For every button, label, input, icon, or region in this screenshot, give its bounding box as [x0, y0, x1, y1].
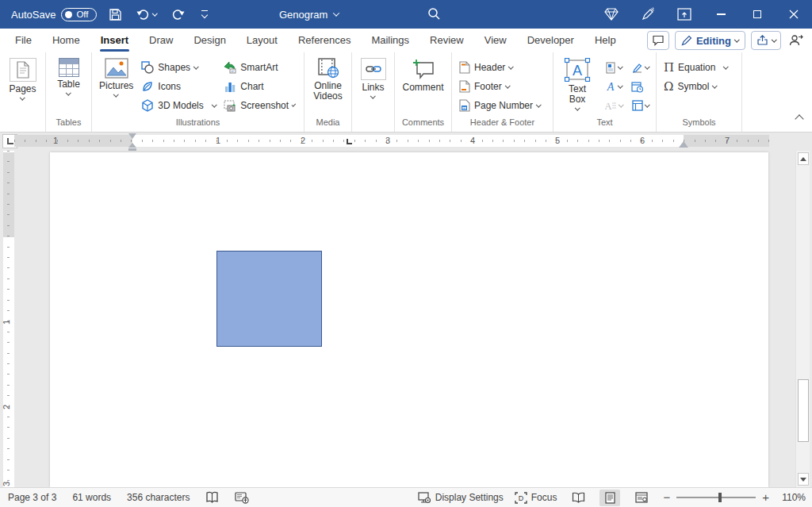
editing-mode-button[interactable]: Editing [675, 31, 745, 50]
horizontal-ruler[interactable]: 1 1 2 3 4 5 6 7 [14, 135, 769, 147]
page-number-button[interactable]: Page Number [455, 97, 549, 114]
ruler-margin-number: 1 [53, 136, 58, 145]
group-symbols: Π Equation Ω Symbol Symbols [657, 52, 742, 132]
redo-icon[interactable] [170, 6, 186, 22]
pictures-dropdown-icon [113, 92, 118, 97]
vertical-ruler[interactable]: 1 2 3 [3, 151, 14, 487]
page-indicator[interactable]: Page 3 of 3 [8, 492, 56, 503]
scrollbar-thumb[interactable] [798, 379, 809, 442]
first-line-indent-marker[interactable] [128, 133, 136, 139]
customize-quick-access-icon[interactable] [197, 6, 213, 22]
object-icon[interactable] [632, 100, 643, 111]
signature-line-dropdown-icon[interactable] [645, 63, 649, 68]
tab-design[interactable]: Design [183, 29, 236, 52]
quick-parts-dropdown-icon[interactable] [618, 63, 622, 68]
signature-line-icon[interactable] [631, 62, 643, 74]
links-button[interactable]: Links [357, 56, 390, 102]
equation-button[interactable]: Π Equation [660, 59, 737, 76]
group-media: Online Videos Media [304, 52, 352, 132]
links-icon [361, 58, 386, 80]
group-label-text: Text [553, 116, 656, 132]
scroll-up-button[interactable] [798, 152, 809, 165]
group-illustrations: Pictures Shapes Ico [92, 52, 304, 132]
text-box-button[interactable]: A Text Box [557, 56, 598, 113]
focus-mode-button[interactable]: D Focus [515, 492, 557, 504]
symbol-dropdown-icon [713, 83, 718, 87]
online-videos-button[interactable]: Online Videos [308, 56, 348, 104]
table-button[interactable]: Table [53, 56, 84, 98]
new-comment-button[interactable]: Comment [398, 56, 447, 95]
group-label-header-footer: Header & Footer [452, 116, 553, 132]
table-icon [59, 58, 79, 77]
pictures-button[interactable]: Pictures [95, 56, 137, 100]
minimize-button[interactable] [703, 0, 739, 29]
print-layout-button[interactable] [599, 490, 620, 506]
tab-layout[interactable]: Layout [236, 29, 288, 52]
tab-draw[interactable]: Draw [139, 29, 183, 52]
proofing-errors-icon[interactable] [205, 491, 219, 504]
document-title[interactable]: Genogram [279, 0, 339, 29]
share-contact-icon[interactable] [787, 34, 806, 47]
tab-view[interactable]: View [474, 29, 517, 52]
undo-dropdown-icon[interactable] [152, 10, 157, 15]
wordart-dropdown-icon[interactable] [618, 83, 622, 87]
display-settings-button[interactable]: Display Settings [418, 492, 504, 504]
accessibility-checker-icon[interactable] [235, 492, 249, 504]
shapes-button[interactable]: Shapes [137, 59, 220, 76]
drop-cap-icon[interactable]: A [605, 100, 617, 112]
zoom-slider[interactable] [676, 497, 756, 498]
screenshot-button[interactable]: Screenshot [220, 97, 299, 114]
wordart-icon[interactable]: A [605, 81, 616, 93]
zoom-out-button[interactable]: − [663, 494, 670, 501]
save-icon[interactable] [108, 6, 124, 22]
chart-button[interactable]: Chart [220, 78, 299, 95]
tab-home[interactable]: Home [42, 29, 90, 52]
premium-diamond-icon[interactable] [593, 0, 630, 29]
symbol-button[interactable]: Ω Symbol [660, 78, 737, 95]
date-time-icon[interactable] [631, 81, 643, 93]
header-button[interactable]: Header [455, 59, 549, 76]
footer-button[interactable]: Footer [455, 78, 549, 95]
zoom-slider-thumb[interactable] [718, 493, 722, 502]
scroll-down-button[interactable] [798, 473, 809, 486]
autosave-switch[interactable]: Off [61, 8, 96, 21]
zoom-level[interactable]: 110% [780, 492, 806, 503]
search-icon[interactable] [427, 6, 441, 21]
tab-references[interactable]: References [288, 29, 361, 52]
icons-button[interactable]: Icons [137, 78, 220, 95]
tab-file[interactable]: File [5, 29, 42, 52]
group-label-illustrations: Illustrations [92, 116, 304, 132]
read-mode-button[interactable] [568, 490, 588, 506]
smartart-button[interactable]: SmartArt [220, 59, 299, 76]
pages-button[interactable]: Pages [5, 56, 40, 103]
inserted-rectangle-shape[interactable] [216, 251, 322, 347]
object-dropdown-icon[interactable] [645, 102, 649, 106]
3d-models-button[interactable]: 3D Models [137, 97, 220, 114]
right-indent-marker[interactable] [679, 141, 688, 148]
equation-dropdown-icon [724, 63, 729, 68]
tab-help[interactable]: Help [584, 29, 626, 52]
web-layout-button[interactable] [631, 490, 652, 506]
word-count[interactable]: 61 words [72, 492, 111, 503]
document-page[interactable] [50, 152, 768, 487]
editing-label: Editing [696, 35, 731, 47]
ribbon-display-options-icon[interactable] [666, 0, 703, 29]
quick-parts-icon[interactable] [605, 62, 616, 74]
close-button[interactable] [776, 0, 812, 29]
chart-icon [224, 80, 236, 93]
tab-developer[interactable]: Developer [517, 29, 584, 52]
undo-icon[interactable] [135, 6, 159, 22]
comments-button[interactable] [647, 31, 669, 50]
drop-cap-dropdown-icon[interactable] [619, 102, 623, 106]
maximize-button[interactable] [739, 0, 776, 29]
share-button[interactable] [751, 31, 782, 50]
autosave-toggle[interactable]: AutoSave Off [11, 8, 97, 21]
vertical-scrollbar[interactable] [795, 151, 810, 487]
character-count[interactable]: 356 characters [127, 492, 190, 503]
feedback-pen-icon[interactable] [630, 0, 666, 29]
tab-insert[interactable]: Insert [90, 29, 139, 52]
tab-stop-marker[interactable] [347, 139, 352, 144]
tab-mailings[interactable]: Mailings [361, 29, 419, 52]
tab-review[interactable]: Review [419, 29, 474, 52]
zoom-in-button[interactable]: + [762, 494, 769, 501]
